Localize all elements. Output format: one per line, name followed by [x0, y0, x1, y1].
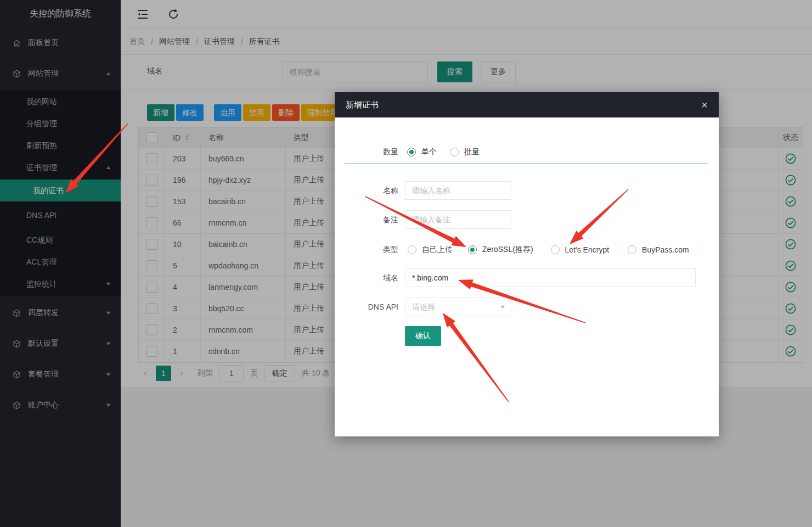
type-label: 类型 — [354, 244, 398, 255]
radio-self-upload[interactable]: 自己上传 — [408, 245, 453, 255]
radio-selected-icon — [407, 148, 416, 156]
radio-label: 自己上传 — [422, 245, 453, 255]
radio-icon — [450, 148, 459, 156]
modal-header: 新增证书 × — [335, 92, 719, 117]
radio-label: ZeroSSL(推荐) — [482, 245, 533, 255]
domain-input[interactable] — [405, 268, 696, 287]
radio-label: Let's Encrypt — [565, 245, 610, 254]
select-placeholder: 请选择 — [412, 302, 435, 311]
radio-label: BuyPass.com — [642, 245, 689, 254]
remark-label: 备注 — [354, 214, 398, 225]
confirm-button[interactable]: 确认 — [405, 326, 441, 346]
modal-title: 新增证书 — [346, 100, 701, 110]
add-certificate-modal: 新增证书 × 数量 单个 批量 名称 备注 类型 自己上传 ZeroSSL(推荐… — [335, 92, 719, 436]
radio-icon — [551, 245, 560, 254]
radio-buypass[interactable]: BuyPass.com — [628, 245, 689, 254]
radio-letsencrypt[interactable]: Let's Encrypt — [551, 245, 610, 254]
quantity-label: 数量 — [354, 146, 398, 157]
section-divider — [345, 164, 708, 164]
dns-api-label: DNS API — [354, 301, 398, 312]
radio-label: 批量 — [464, 147, 480, 157]
chevron-down-icon: ▼ — [499, 298, 506, 316]
radio-batch[interactable]: 批量 — [450, 147, 480, 157]
radio-icon — [408, 245, 416, 254]
dns-api-select[interactable]: 请选择 ▼ — [405, 298, 511, 316]
type-radio-group: 自己上传 ZeroSSL(推荐) Let's Encrypt BuyPass.c… — [408, 245, 702, 255]
radio-single[interactable]: 单个 — [407, 147, 437, 157]
radio-zerossl[interactable]: ZeroSSL(推荐) — [468, 245, 533, 255]
domain-label: 域名 — [354, 272, 398, 283]
radio-selected-icon — [468, 245, 477, 254]
remark-input[interactable] — [405, 210, 511, 229]
close-icon[interactable]: × — [701, 99, 708, 110]
radio-icon — [628, 245, 636, 254]
name-label: 名称 — [354, 185, 398, 196]
name-input[interactable] — [405, 181, 511, 200]
page: 失控的防御系统 面板首页 网站管理 ▲ 我的网站 分组管理 刷新预热 证书管理▲… — [0, 0, 812, 527]
radio-label: 单个 — [421, 147, 437, 157]
quantity-radio-group: 单个 批量 — [407, 147, 493, 157]
